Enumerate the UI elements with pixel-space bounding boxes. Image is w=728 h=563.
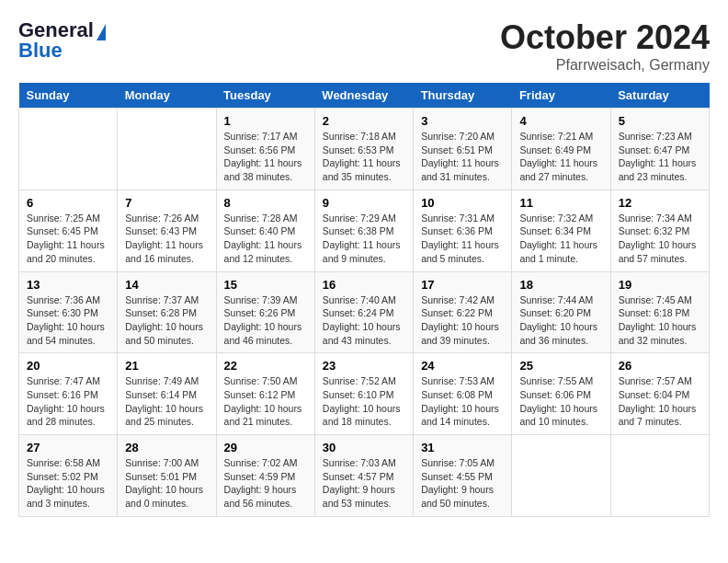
day-header-wednesday: Wednesday [314,83,413,109]
day-number: 10 [421,196,504,210]
day-number: 17 [421,278,504,292]
day-info: Sunrise: 7:18 AMSunset: 6:53 PMDaylight:… [323,130,405,184]
day-header-monday: Monday [118,83,216,109]
day-info: Sunrise: 7:29 AMSunset: 6:38 PMDaylight:… [323,212,405,266]
day-info: Sunrise: 7:28 AMSunset: 6:40 PMDaylight:… [224,212,307,266]
calendar-cell: 30Sunrise: 7:03 AMSunset: 4:57 PMDayligh… [314,435,413,517]
day-info: Sunrise: 7:25 AMSunset: 6:45 PMDaylight:… [27,212,109,266]
day-number: 8 [224,196,307,210]
calendar-cell: 10Sunrise: 7:31 AMSunset: 6:36 PMDayligh… [414,190,512,271]
day-info: Sunrise: 7:00 AMSunset: 5:01 PMDaylight:… [125,456,208,511]
calendar-cell: 5Sunrise: 7:23 AMSunset: 6:47 PMDaylight… [610,109,709,190]
calendar-cell: 27Sunrise: 6:58 AMSunset: 5:02 PMDayligh… [19,435,118,517]
logo: General Blue [18,18,106,63]
day-number: 18 [519,278,602,292]
day-header-tuesday: Tuesday [216,83,314,109]
day-info: Sunrise: 7:55 AMSunset: 6:06 PMDaylight:… [519,374,602,429]
day-header-friday: Friday [512,83,610,109]
day-info: Sunrise: 7:49 AMSunset: 6:14 PMDaylight:… [125,374,208,429]
calendar-cell: 11Sunrise: 7:32 AMSunset: 6:34 PMDayligh… [512,190,610,271]
calendar-cell: 15Sunrise: 7:39 AMSunset: 6:26 PMDayligh… [216,271,314,353]
day-header-sunday: Sunday [19,83,118,109]
calendar-cell: 18Sunrise: 7:44 AMSunset: 6:20 PMDayligh… [512,271,610,353]
day-info: Sunrise: 7:26 AMSunset: 6:43 PMDaylight:… [125,212,208,266]
day-number: 3 [421,114,504,128]
calendar-cell: 25Sunrise: 7:55 AMSunset: 6:06 PMDayligh… [512,353,610,435]
day-number: 19 [619,278,701,292]
day-number: 13 [27,278,109,292]
day-number: 30 [323,441,405,454]
calendar-cell: 4Sunrise: 7:21 AMSunset: 6:49 PMDaylight… [512,109,610,190]
calendar-week-row: 1Sunrise: 7:17 AMSunset: 6:56 PMDaylight… [19,109,710,190]
day-info: Sunrise: 7:57 AMSunset: 6:04 PMDaylight:… [619,374,701,429]
day-number: 1 [224,114,307,128]
day-info: Sunrise: 7:37 AMSunset: 6:28 PMDaylight:… [125,293,208,348]
day-number: 6 [27,196,109,210]
title-block: October 2024 Pfarrweisach, Germany [500,18,710,74]
day-number: 31 [421,441,504,454]
calendar-cell [118,109,216,190]
day-info: Sunrise: 7:03 AMSunset: 4:57 PMDaylight:… [323,456,405,511]
calendar-cell: 21Sunrise: 7:49 AMSunset: 6:14 PMDayligh… [118,353,216,435]
calendar-cell [19,109,118,190]
day-info: Sunrise: 7:31 AMSunset: 6:36 PMDaylight:… [421,212,504,266]
day-info: Sunrise: 7:17 AMSunset: 6:56 PMDaylight:… [224,130,307,184]
day-header-saturday: Saturday [610,83,709,109]
calendar-cell: 8Sunrise: 7:28 AMSunset: 6:40 PMDaylight… [216,190,314,271]
calendar-cell [512,435,610,517]
day-number: 14 [125,278,208,292]
calendar-week-row: 27Sunrise: 6:58 AMSunset: 5:02 PMDayligh… [19,435,710,517]
calendar-cell: 26Sunrise: 7:57 AMSunset: 6:04 PMDayligh… [610,353,709,435]
day-number: 23 [323,359,405,373]
day-info: Sunrise: 7:42 AMSunset: 6:22 PMDaylight:… [421,293,504,348]
day-info: Sunrise: 7:21 AMSunset: 6:49 PMDaylight:… [519,130,602,184]
calendar-header-row: SundayMondayTuesdayWednesdayThursdayFrid… [19,83,710,109]
calendar-cell: 14Sunrise: 7:37 AMSunset: 6:28 PMDayligh… [118,271,216,353]
day-number: 29 [224,441,307,454]
logo-arrow-icon [97,24,106,40]
calendar-cell: 20Sunrise: 7:47 AMSunset: 6:16 PMDayligh… [19,353,118,435]
calendar-cell: 17Sunrise: 7:42 AMSunset: 6:22 PMDayligh… [414,271,512,353]
day-number: 11 [519,196,602,210]
page-header: General Blue October 2024 Pfarrweisach, … [18,18,710,74]
day-header-thursday: Thursday [414,83,512,109]
page-subtitle: Pfarrweisach, Germany [500,57,710,74]
day-info: Sunrise: 7:20 AMSunset: 6:51 PMDaylight:… [421,130,504,184]
day-number: 16 [323,278,405,292]
page-title: October 2024 [500,18,710,57]
day-number: 25 [519,359,602,373]
day-number: 24 [421,359,504,373]
calendar-cell: 6Sunrise: 7:25 AMSunset: 6:45 PMDaylight… [19,190,118,271]
calendar-cell: 16Sunrise: 7:40 AMSunset: 6:24 PMDayligh… [314,271,413,353]
day-number: 12 [619,196,701,210]
day-number: 22 [224,359,307,373]
calendar-week-row: 20Sunrise: 7:47 AMSunset: 6:16 PMDayligh… [19,353,710,435]
calendar-cell: 24Sunrise: 7:53 AMSunset: 6:08 PMDayligh… [414,353,512,435]
calendar-cell: 13Sunrise: 7:36 AMSunset: 6:30 PMDayligh… [19,271,118,353]
day-number: 2 [323,114,405,128]
day-number: 28 [125,441,208,454]
day-number: 9 [323,196,405,210]
calendar-cell: 3Sunrise: 7:20 AMSunset: 6:51 PMDaylight… [414,109,512,190]
day-info: Sunrise: 7:32 AMSunset: 6:34 PMDaylight:… [519,212,602,266]
day-number: 5 [619,114,701,128]
calendar-cell: 31Sunrise: 7:05 AMSunset: 4:55 PMDayligh… [414,435,512,517]
day-number: 15 [224,278,307,292]
day-info: Sunrise: 7:45 AMSunset: 6:18 PMDaylight:… [619,293,701,348]
calendar-week-row: 13Sunrise: 7:36 AMSunset: 6:30 PMDayligh… [19,271,710,353]
day-number: 20 [27,359,109,373]
calendar-cell: 29Sunrise: 7:02 AMSunset: 4:59 PMDayligh… [216,435,314,517]
day-info: Sunrise: 7:34 AMSunset: 6:32 PMDaylight:… [619,212,701,266]
day-number: 7 [125,196,208,210]
day-info: Sunrise: 7:23 AMSunset: 6:47 PMDaylight:… [619,130,701,184]
day-info: Sunrise: 7:53 AMSunset: 6:08 PMDaylight:… [421,374,504,429]
calendar-cell: 28Sunrise: 7:00 AMSunset: 5:01 PMDayligh… [118,435,216,517]
calendar-week-row: 6Sunrise: 7:25 AMSunset: 6:45 PMDaylight… [19,190,710,271]
calendar-cell: 7Sunrise: 7:26 AMSunset: 6:43 PMDaylight… [118,190,216,271]
day-info: Sunrise: 6:58 AMSunset: 5:02 PMDaylight:… [27,456,109,511]
day-info: Sunrise: 7:40 AMSunset: 6:24 PMDaylight:… [323,293,405,348]
day-info: Sunrise: 7:39 AMSunset: 6:26 PMDaylight:… [224,293,307,348]
calendar-cell: 23Sunrise: 7:52 AMSunset: 6:10 PMDayligh… [314,353,413,435]
calendar-cell: 1Sunrise: 7:17 AMSunset: 6:56 PMDaylight… [216,109,314,190]
day-info: Sunrise: 7:05 AMSunset: 4:55 PMDaylight:… [421,456,504,511]
